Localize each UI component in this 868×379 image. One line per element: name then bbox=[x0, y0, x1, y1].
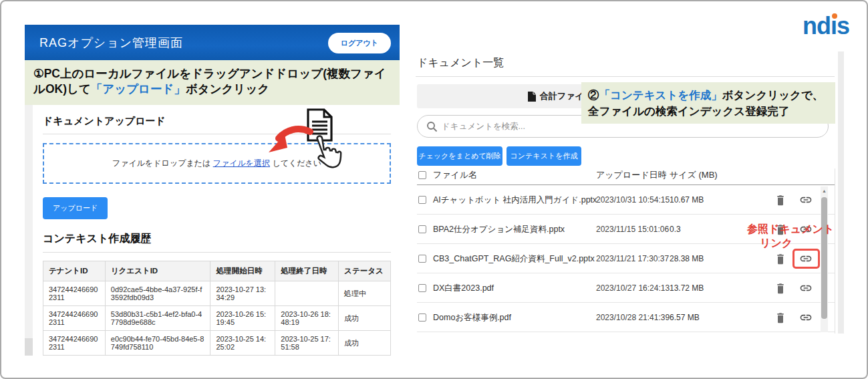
table-row: 3472442466902311 53d80b31-c5b1-4ef2-bfa0… bbox=[43, 306, 391, 331]
file-size: 0.3 bbox=[670, 225, 681, 234]
col-file-name: ファイル名 bbox=[433, 169, 477, 181]
annotation-step2-highlight: 「コンテキストを作成」 bbox=[599, 89, 722, 101]
list-right-border bbox=[835, 168, 835, 334]
red-arrow-icon bbox=[259, 126, 314, 162]
trash-icon[interactable] bbox=[775, 194, 786, 206]
file-size: 28.38 MB bbox=[670, 254, 704, 263]
reference-link-callout: 参照ドキュメント リンク bbox=[747, 222, 834, 250]
file-name: DX白書2023.pdf bbox=[433, 282, 494, 293]
rag-admin-panel: RAGオプション管理画面 ログアウト ①PC上のローカルファイルをドラッグアンド… bbox=[25, 25, 400, 356]
status-cell: 成功 bbox=[339, 331, 391, 356]
row-checkbox[interactable] bbox=[418, 225, 426, 233]
window-scrollbar[interactable] bbox=[838, 51, 844, 334]
app-header: RAGオプション管理画面 ログアウト bbox=[25, 25, 400, 60]
status-cell: 成功 bbox=[339, 306, 391, 331]
upload-date: 2023/10/27 16:24:13 bbox=[596, 283, 670, 293]
col-tenant-id: テナントID bbox=[43, 261, 106, 281]
file-name: BPA2仕分オプション補足資料.pptx bbox=[433, 223, 565, 235]
col-end-time: 処理終了日時 bbox=[275, 261, 339, 281]
annotation-step2: ②「コンテキストを作成」ボタンクリックで、全ファイルの検索インデックス登録完了 bbox=[581, 82, 835, 124]
annotation-step1-highlight: 「アップロード」 bbox=[91, 82, 186, 96]
row-checkbox[interactable] bbox=[418, 255, 426, 263]
scrollbar-up-arrow[interactable]: ▲ bbox=[821, 188, 828, 194]
row-checkbox[interactable] bbox=[418, 284, 426, 292]
logo-text: nd bbox=[803, 12, 831, 40]
document-list-title: ドキュメント一覧 bbox=[417, 56, 504, 70]
table-header-row: テナントID リクエストID 処理開始日時 処理終了日時 ステータス bbox=[43, 261, 391, 281]
file-name: CB3_ChatGPT_RAG紹介資料_Full_v2.pptx bbox=[433, 253, 595, 264]
list-scrollbar[interactable]: ▲ bbox=[821, 186, 828, 332]
upload-button[interactable]: アップロード bbox=[43, 197, 108, 219]
left-scrollbar-thumb[interactable] bbox=[25, 338, 33, 356]
table-row: 3472442466902311 0d92cae5-4bbe-4a37-925f… bbox=[43, 281, 391, 306]
file-name: Domoお客様事例.pdf bbox=[433, 311, 511, 323]
upload-section-title: ドキュメントアップロード bbox=[43, 115, 391, 128]
upload-date: 2023/11/21 17:30:37 bbox=[596, 254, 669, 263]
list-item: Domoお客様事例.pdf 2023/10/28 21:41:39 6.57 M… bbox=[417, 303, 835, 332]
col-size: サイズ (MB) bbox=[670, 169, 718, 181]
upload-date: 2023/10/28 21:41:39 bbox=[596, 313, 670, 322]
list-item: DX白書2023.pdf 2023/10/27 16:24:13 13.72 M… bbox=[417, 273, 835, 303]
col-request-id: リクエストID bbox=[105, 261, 210, 281]
list-scrollbar-thumb[interactable] bbox=[821, 197, 827, 319]
trash-icon[interactable] bbox=[775, 253, 786, 265]
row-checkbox[interactable] bbox=[418, 196, 426, 204]
app-title: RAGオプション管理画面 bbox=[39, 35, 183, 51]
screenshot-frame: ndıs RAGオプション管理画面 ログアウト ①PC上のローカルファイルをドラ… bbox=[0, 0, 868, 379]
panel-body: ドキュメントアップロード ファイルをドロップまたは ファイルを選択 してください… bbox=[25, 105, 400, 356]
logo-i-dot bbox=[832, 13, 837, 19]
file-size: 6.57 MB bbox=[670, 313, 700, 322]
history-section-title: コンテキスト作成履歴 bbox=[43, 232, 391, 246]
trash-icon[interactable] bbox=[775, 282, 786, 294]
upload-date: 2023/11/15 15:01:06 bbox=[596, 225, 669, 234]
select-all-checkbox[interactable] bbox=[418, 171, 426, 179]
create-context-button[interactable]: コンテキストを作成 bbox=[507, 146, 581, 166]
row-checkbox[interactable] bbox=[418, 313, 426, 322]
ndis-logo: ndıs bbox=[803, 12, 849, 40]
link-icon[interactable] bbox=[799, 281, 813, 295]
divider bbox=[416, 76, 835, 77]
context-history-table: テナントID リクエストID 処理開始日時 処理終了日時 ステータス 34724… bbox=[43, 261, 391, 356]
reference-link-highlight bbox=[792, 249, 820, 269]
file-size: 10.67 MB bbox=[670, 195, 704, 205]
status-cell: 処理中 bbox=[339, 281, 391, 306]
divider bbox=[43, 252, 391, 253]
logout-button[interactable]: ログアウト bbox=[328, 33, 391, 53]
search-icon bbox=[426, 121, 438, 132]
list-header: ファイル名 アップロード日時 サイズ (MB) bbox=[417, 166, 835, 185]
file-name: AIチャットボット 社内活用入門ガイド.pptx bbox=[433, 194, 597, 205]
link-icon[interactable] bbox=[799, 311, 813, 324]
col-start-time: 処理開始日時 bbox=[210, 261, 275, 281]
trash-icon[interactable] bbox=[775, 311, 786, 324]
table-row: 3472442466902311 e0c90b44-fe70-45bd-84e5… bbox=[43, 331, 391, 356]
col-upload-date: アップロード日時 bbox=[596, 169, 667, 181]
link-icon[interactable] bbox=[799, 193, 813, 207]
file-icon bbox=[528, 92, 536, 102]
bulk-delete-button[interactable]: チェックをまとめて削除 bbox=[417, 146, 502, 166]
annotation-step1: ①PC上のローカルファイルをドラッグアンドドロップ(複数ファイルOK)して「アッ… bbox=[25, 60, 400, 105]
col-status: ステータス bbox=[339, 261, 391, 281]
list-item: AIチャットボット 社内活用入門ガイド.pptx 2023/10/31 10:5… bbox=[417, 185, 835, 215]
file-size: 13.72 MB bbox=[670, 283, 704, 293]
logo-i: ı bbox=[831, 12, 837, 40]
left-scrollbar[interactable] bbox=[25, 105, 33, 356]
upload-date: 2023/10/31 10:54:15 bbox=[596, 195, 670, 205]
